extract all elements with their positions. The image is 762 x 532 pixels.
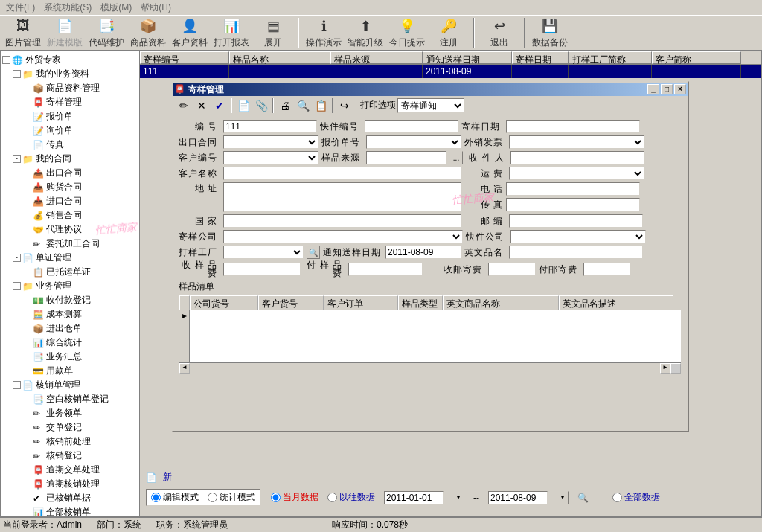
send-date-input[interactable] bbox=[506, 120, 640, 133]
search-icon[interactable]: 🔍 bbox=[577, 493, 589, 503]
tree-item[interactable]: -📁业务管理 bbox=[2, 279, 138, 293]
date-to-picker[interactable]: ▾ bbox=[557, 491, 569, 504]
close-button[interactable]: × bbox=[674, 84, 686, 94]
sample-list-grid[interactable]: 公司货号客户货号客户订单样品类型英文商品名称英文品名描述 ▸ ◄► bbox=[179, 295, 682, 374]
eng-name-input[interactable] bbox=[509, 246, 643, 259]
attach-icon[interactable]: 📎 bbox=[253, 97, 269, 114]
tree-item[interactable]: 📊综合统计 bbox=[2, 336, 138, 350]
notify-date-input[interactable] bbox=[385, 246, 461, 259]
tree-item[interactable]: 📮寄样管理 bbox=[2, 95, 138, 109]
tree-item[interactable]: 📥进口合同 bbox=[2, 194, 138, 208]
tree-item[interactable]: 📄传真 bbox=[2, 138, 138, 152]
tree-item[interactable]: 📝报价单 bbox=[2, 109, 138, 124]
tree-item[interactable]: 📦进出仓单 bbox=[2, 321, 138, 336]
tree-item[interactable]: -🌐外贸专家 bbox=[2, 53, 138, 67]
browse-button[interactable]: ... bbox=[449, 151, 463, 164]
export-invoice-select[interactable] bbox=[509, 135, 644, 149]
customer-name-input[interactable] bbox=[223, 167, 461, 180]
tree-item[interactable]: 💵收付款登记 bbox=[2, 293, 138, 307]
courier-company-select[interactable] bbox=[510, 230, 646, 243]
freight-select[interactable] bbox=[509, 167, 644, 180]
tree-item[interactable]: 📤出口合同 bbox=[2, 166, 138, 180]
grid-row[interactable]: 1112011-08-09 bbox=[140, 65, 761, 78]
print-icon[interactable]: 🖨 bbox=[277, 97, 293, 114]
tree-item[interactable]: 🤝代理协议 bbox=[2, 222, 138, 237]
dialog-titlebar[interactable]: 📮 寄样管理 _ □ × bbox=[173, 83, 688, 96]
number-input[interactable] bbox=[223, 120, 317, 133]
factory-select[interactable] bbox=[223, 246, 304, 259]
all-data-radio[interactable]: 全部数据 bbox=[612, 491, 660, 504]
pay-post-fee-input[interactable] bbox=[583, 263, 631, 276]
past-data-radio[interactable]: 以往数据 bbox=[327, 491, 375, 504]
tree-item[interactable]: 💳用款单 bbox=[2, 364, 138, 378]
tree-item[interactable]: 🧮成本测算 bbox=[2, 307, 138, 321]
tree-item[interactable]: ✏交单登记 bbox=[2, 420, 138, 435]
edit-icon[interactable]: ✏ bbox=[176, 97, 192, 114]
tree-item[interactable]: 📦商品资料管理 bbox=[2, 81, 138, 95]
customer-no-select[interactable] bbox=[223, 151, 318, 164]
tree-item[interactable]: ✏核销前处理 bbox=[2, 435, 138, 449]
phone-input[interactable] bbox=[506, 182, 640, 196]
grid-header-cell[interactable]: 样品名称 bbox=[229, 51, 330, 64]
date-from-picker[interactable]: ▾ bbox=[452, 491, 464, 504]
grid-header-cell[interactable]: 样品来源 bbox=[330, 51, 423, 64]
recv-post-fee-input[interactable] bbox=[488, 263, 536, 276]
express-no-input[interactable] bbox=[365, 120, 458, 133]
tree-item[interactable]: -📁我的合同 bbox=[2, 152, 138, 166]
sample-company-select[interactable] bbox=[223, 230, 463, 243]
subgrid-header-cell[interactable]: 客户订单 bbox=[324, 295, 398, 310]
tree-item[interactable]: -📄核销单管理 bbox=[2, 378, 138, 392]
search-button[interactable]: 🔍 bbox=[307, 246, 320, 259]
grid-header-cell[interactable]: 寄样日期 bbox=[512, 51, 569, 64]
tree-item[interactable]: 📝询价单 bbox=[2, 124, 138, 138]
toolbar-商品资料[interactable]: 📦商品资料 bbox=[128, 16, 168, 49]
tree-item[interactable]: -📄单证管理 bbox=[2, 251, 138, 265]
subgrid-header-cell[interactable]: 英文商品名称 bbox=[443, 295, 559, 310]
recipient-input[interactable] bbox=[510, 151, 644, 164]
recv-sample-fee-input[interactable] bbox=[223, 263, 301, 276]
toolbar-今日提示[interactable]: 💡今日提示 bbox=[387, 16, 427, 49]
toolbar-打开报表[interactable]: 📊打开报表 bbox=[211, 16, 252, 49]
date-from-input[interactable] bbox=[384, 491, 444, 504]
country-input[interactable] bbox=[223, 214, 461, 228]
tree-item[interactable]: -📁我的业务资料 bbox=[2, 67, 138, 81]
tree-item[interactable]: 📊全部核销单 bbox=[2, 505, 138, 517]
minimize-button[interactable]: _ bbox=[647, 84, 659, 94]
menu-template[interactable]: 模版(M) bbox=[97, 1, 135, 13]
address-textarea[interactable] bbox=[223, 182, 461, 212]
tree-item[interactable]: ✏核销登记 bbox=[2, 449, 138, 463]
fax-input[interactable] bbox=[506, 198, 640, 211]
nav-tree-panel[interactable]: -🌐外贸专家-📁我的业务资料📦商品资料管理📮寄样管理📝报价单📝询价单📄传真-📁我… bbox=[0, 51, 140, 517]
new-icon[interactable]: 📄 bbox=[235, 97, 252, 114]
toolbar-客户资料[interactable]: 👤客户资料 bbox=[170, 16, 210, 49]
menu-system[interactable]: 系统功能(S) bbox=[41, 1, 95, 13]
grid-header-cell[interactable]: 通知送样日期 bbox=[423, 51, 512, 64]
date-to-input[interactable] bbox=[488, 491, 548, 504]
subgrid-header-cell[interactable]: 英文品名描述 bbox=[559, 295, 673, 310]
tree-item[interactable]: ✏委托加工合同 bbox=[2, 237, 138, 251]
tree-item[interactable]: 📑业务汇总 bbox=[2, 350, 138, 364]
toolbar-展开[interactable]: ▤展开 bbox=[253, 16, 293, 49]
pay-sample-fee-input[interactable] bbox=[348, 263, 423, 276]
grid-header-cell[interactable]: 客户简称 bbox=[652, 51, 741, 64]
toolbar-操作演示[interactable]: ℹ操作演示 bbox=[304, 16, 344, 49]
tree-item[interactable]: 📮逾期交单处理 bbox=[2, 463, 138, 477]
quote-no-select[interactable] bbox=[366, 135, 461, 149]
exit-icon[interactable]: ↪ bbox=[336, 97, 353, 114]
toolbar-代码维护[interactable]: 📑代码维护 bbox=[86, 16, 127, 49]
subgrid-header-cell[interactable]: 公司货号 bbox=[190, 295, 258, 310]
menu-help[interactable]: 帮助(H) bbox=[138, 1, 174, 13]
toolbar-数据备份[interactable]: 💾数据备份 bbox=[530, 16, 570, 49]
toolbar-注册[interactable]: 🔑注册 bbox=[429, 16, 469, 49]
toolbar-图片管理[interactable]: 🖼图片管理 bbox=[3, 16, 43, 49]
tree-item[interactable]: ✔已核销单据 bbox=[2, 491, 138, 505]
toolbar-智能升级[interactable]: ⬆智能升级 bbox=[345, 16, 385, 49]
new-link[interactable]: 新 bbox=[163, 471, 172, 484]
edit-mode-radio[interactable]: 编辑模式 bbox=[151, 491, 199, 504]
tree-item[interactable]: 💰销售合同 bbox=[2, 208, 138, 222]
grid-header-cell[interactable]: 打样工厂简称 bbox=[569, 51, 652, 64]
confirm-icon[interactable]: ✔ bbox=[211, 97, 228, 114]
current-month-radio[interactable]: 当月数据 bbox=[271, 491, 318, 504]
delete-icon[interactable]: ✕ bbox=[193, 97, 210, 114]
tree-item[interactable]: 📑空白核销单登记 bbox=[2, 392, 138, 406]
